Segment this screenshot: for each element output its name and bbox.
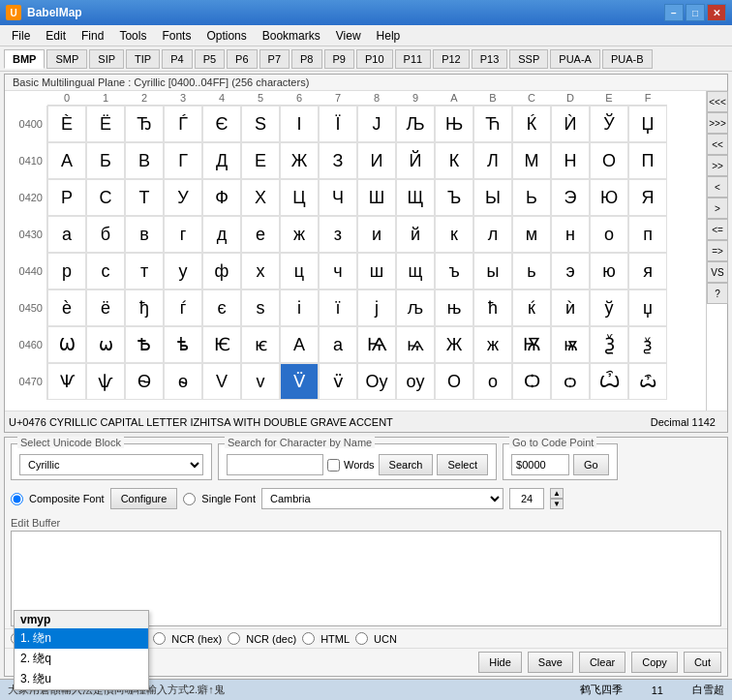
tab-p11[interactable]: P11	[395, 49, 432, 69]
char-cell[interactable]: ќ	[512, 289, 551, 326]
char-cell[interactable]: Х	[241, 179, 280, 216]
char-cell[interactable]: Оу	[357, 363, 396, 400]
autocomplete-item-2[interactable]: 2. 绕q	[15, 649, 148, 669]
font-size-input[interactable]	[509, 488, 544, 509]
char-cell[interactable]: ѣ	[164, 326, 202, 363]
char-cell[interactable]: П	[628, 142, 667, 179]
char-cell[interactable]: Ћ	[473, 106, 512, 142]
scroll-btn-7[interactable]: =>	[707, 240, 728, 261]
char-cell[interactable]: Ч	[319, 179, 357, 216]
menu-item-options[interactable]: Options	[198, 27, 254, 45]
char-cell[interactable]: Љ	[396, 106, 435, 142]
char-cell[interactable]: а	[319, 326, 357, 363]
char-cell[interactable]: ш	[357, 253, 396, 289]
char-cell[interactable]: Ђ	[125, 106, 164, 142]
char-cell[interactable]: ў	[590, 289, 628, 326]
char-cell[interactable]: ј	[357, 289, 396, 326]
tab-pua-b[interactable]: PUA-B	[602, 49, 653, 69]
char-cell[interactable]: Ѩ	[357, 326, 396, 363]
char-cell[interactable]: ж	[280, 216, 319, 253]
char-cell[interactable]: ф	[202, 253, 241, 289]
char-cell[interactable]: оу	[396, 363, 435, 400]
char-cell[interactable]: М	[512, 142, 551, 179]
char-cell[interactable]: ѥ	[241, 326, 280, 363]
char-cell[interactable]: щ	[396, 253, 435, 289]
maximize-button[interactable]: □	[686, 4, 705, 21]
char-cell[interactable]: ѻ	[551, 363, 590, 400]
char-cell[interactable]: ѡ	[86, 326, 125, 363]
char-cell[interactable]: Ќ	[512, 106, 551, 142]
scroll-btn-3[interactable]: >>	[707, 155, 728, 176]
char-cell[interactable]: т	[125, 253, 164, 289]
char-cell[interactable]: І	[280, 106, 319, 142]
char-cell[interactable]: л	[473, 216, 512, 253]
html-radio[interactable]	[302, 632, 315, 645]
unicode-block-select[interactable]: Cyrillic Basic Latin Greek	[19, 454, 203, 475]
char-cell[interactable]: Ы	[473, 179, 512, 216]
char-cell[interactable]: д	[202, 216, 241, 253]
tab-p10[interactable]: P10	[356, 49, 393, 69]
char-cell[interactable]: о	[473, 363, 512, 400]
char-cell[interactable]: А	[47, 142, 86, 179]
tab-p7[interactable]: P7	[259, 49, 290, 69]
ncr-dec-radio[interactable]	[228, 632, 240, 645]
tab-pua-a[interactable]: PUA-A	[550, 49, 600, 69]
menu-item-help[interactable]: Help	[369, 27, 409, 45]
char-cell[interactable]: Р	[47, 179, 86, 216]
tab-ssp[interactable]: SSP	[509, 49, 548, 69]
menu-item-tools[interactable]: Tools	[111, 27, 154, 45]
char-cell[interactable]: Ѯ	[590, 326, 628, 363]
tab-p6[interactable]: P6	[227, 49, 257, 69]
go-button[interactable]: Go	[573, 454, 609, 475]
menu-item-edit[interactable]: Edit	[38, 27, 74, 45]
char-cell[interactable]: Е	[241, 142, 280, 179]
char-cell[interactable]: ї	[319, 289, 357, 326]
char-cell[interactable]: Ѱ	[47, 363, 86, 400]
char-cell[interactable]: з	[319, 216, 357, 253]
menu-item-file[interactable]: File	[4, 27, 38, 45]
char-cell[interactable]: Ѐ	[47, 106, 86, 142]
char-cell[interactable]: Н	[551, 142, 590, 179]
tab-bmp[interactable]: BMP	[4, 49, 45, 69]
char-cell[interactable]: м	[512, 216, 551, 253]
char-cell[interactable]: v	[241, 363, 280, 400]
tab-p12[interactable]: P12	[433, 49, 470, 69]
save-button[interactable]: Save	[528, 652, 573, 673]
char-cell[interactable]: Я	[628, 179, 667, 216]
tab-p9[interactable]: P9	[324, 49, 354, 69]
char-cell[interactable]: Ю	[590, 179, 628, 216]
minimize-button[interactable]: −	[664, 4, 684, 21]
menu-item-bookmarks[interactable]: Bookmarks	[255, 27, 328, 45]
ucn-radio[interactable]	[355, 632, 368, 645]
font-size-down[interactable]: ▼	[550, 499, 564, 509]
autocomplete-item-1[interactable]: 1. 绕n	[15, 628, 148, 649]
char-cell[interactable]: ѕ	[241, 289, 280, 326]
char-cell[interactable]: й	[396, 216, 435, 253]
char-cell[interactable]: ю	[590, 253, 628, 289]
char-cell[interactable]: V̈	[280, 363, 319, 400]
select-button[interactable]: Select	[437, 454, 488, 475]
char-cell[interactable]: ѓ	[164, 289, 202, 326]
char-cell[interactable]: Ѡ	[47, 326, 86, 363]
char-cell[interactable]: а	[47, 216, 86, 253]
ncr-hex-radio[interactable]	[153, 632, 166, 645]
char-cell[interactable]: џ	[628, 289, 667, 326]
search-input[interactable]	[227, 454, 323, 475]
char-cell[interactable]: Ш	[357, 179, 396, 216]
char-cell[interactable]: Ѭ	[512, 326, 551, 363]
char-cell[interactable]: г	[164, 216, 202, 253]
char-cell[interactable]: Ь	[512, 179, 551, 216]
char-cell[interactable]: Д	[202, 142, 241, 179]
char-cell[interactable]: К	[435, 142, 473, 179]
char-cell[interactable]: О	[435, 363, 473, 400]
char-cell[interactable]: Г	[164, 142, 202, 179]
char-cell[interactable]: њ	[435, 289, 473, 326]
composite-radio[interactable]	[11, 493, 23, 505]
char-cell[interactable]: ѝ	[551, 289, 590, 326]
char-cell[interactable]: Ѓ	[164, 106, 202, 142]
scroll-btn-6[interactable]: <=	[707, 219, 728, 240]
menu-item-view[interactable]: View	[328, 27, 369, 45]
char-cell[interactable]: Щ	[396, 179, 435, 216]
font-size-up[interactable]: ▲	[550, 488, 564, 499]
char-cell[interactable]: ѯ	[628, 326, 667, 363]
